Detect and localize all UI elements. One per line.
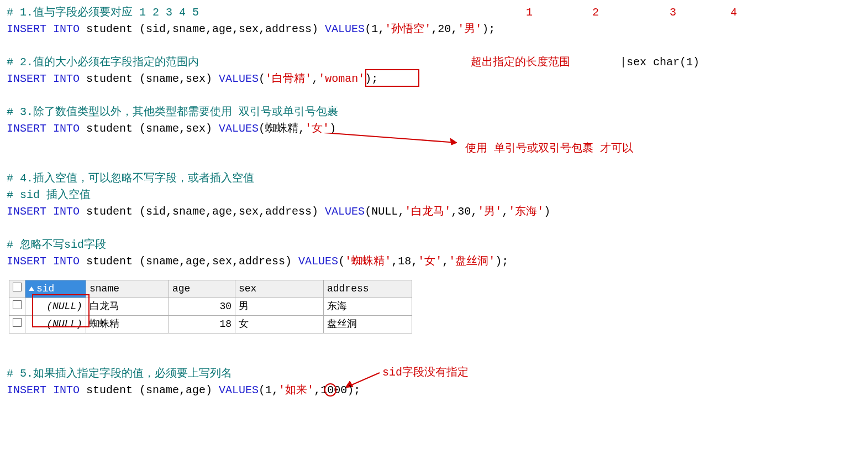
sec4-s6: '盘丝洞'	[449, 255, 495, 268]
sec1-kw2: VALUES	[325, 23, 365, 35]
sec2-cursor: |sex char(1)	[620, 54, 699, 71]
sec4-code2: (NULL,	[365, 205, 404, 218]
sec4-c3: # 忽略不写sid字段	[7, 238, 106, 251]
sec2-comment: # 2.值的大小必须在字段指定的范围内	[7, 56, 199, 69]
cell-sname: 白龙马	[86, 298, 169, 316]
sec4-sql1-line: INSERT INTO student (sid,sname,age,sex,a…	[7, 204, 861, 220]
sec3-annot: 使用 单引号或双引号包裹 才可以	[465, 140, 633, 157]
sec5-kw1: INSERT INTO	[7, 384, 80, 397]
sec4-code10: );	[495, 255, 508, 268]
table-header-age[interactable]: age	[169, 280, 235, 298]
sec5-code1: student (sname,age)	[80, 384, 219, 397]
sec2-kw1: INSERT INTO	[7, 72, 80, 85]
checkbox-icon[interactable]	[13, 300, 22, 309]
sec1-code1: student (sid,sname,age,sex,address)	[80, 23, 325, 35]
sec1-top-1: 1	[526, 4, 533, 21]
sec1-s1: '孙悟空'	[385, 23, 431, 35]
sec3-code2: (蜘蛛精,	[259, 122, 305, 135]
sec5-code3: ,1000);	[314, 384, 360, 397]
sec4-kw1: INSERT INTO	[7, 205, 80, 218]
sec4-c3-line: # 忽略不写sid字段	[7, 237, 861, 253]
sec3-kw2: VALUES	[219, 122, 259, 135]
sec2-annot: 超出指定的长度范围	[471, 54, 570, 71]
sec3-comment: # 3.除了数值类型以外，其他类型都需要使用 双引号或单引号包裹	[7, 106, 338, 118]
sec2-kw2: VALUES	[219, 72, 259, 85]
sec4-code3: ,30,	[451, 205, 477, 218]
sec1-top-2: 2	[592, 4, 599, 21]
sec4-code6: student (sname,age,sex,address)	[80, 255, 298, 268]
sec2-s2: 'woman'	[318, 72, 365, 85]
sec1-top-4: 4	[730, 4, 737, 21]
sec4-s1: '白龙马'	[404, 205, 451, 218]
cell-age: 18	[169, 316, 235, 333]
sec1-code4: );	[482, 23, 495, 35]
sec4-sql2-line: INSERT INTO student (sname,age,sex,addre…	[7, 253, 861, 270]
table-h1: sid	[36, 283, 54, 294]
row-check[interactable]	[9, 316, 25, 333]
sec3-kw1: INSERT INTO	[7, 122, 80, 135]
sec1-comment: # 1.值与字段必须要对应 1 2 3 4 5	[7, 6, 199, 19]
sec1-code2: (1,	[365, 23, 385, 35]
sec1-top-3: 3	[670, 4, 676, 21]
sec4-kw3: INSERT INTO	[7, 255, 80, 268]
table-header-sex[interactable]: sex	[235, 280, 324, 298]
sec1-s2: '男'	[457, 23, 482, 35]
sec4-s4: '蜘蛛精'	[345, 255, 391, 268]
sec2-redbox	[365, 69, 419, 87]
sec4-code9: ,	[442, 255, 449, 268]
sec1-code3: ,20,	[431, 23, 457, 35]
sec4-kw2: VALUES	[325, 205, 365, 218]
sec5-kw2: VALUES	[219, 384, 259, 397]
sec2-s1: '白骨精'	[265, 72, 312, 85]
checkbox-icon[interactable]	[13, 318, 22, 327]
sec5-annot: sid字段没有指定	[382, 364, 469, 381]
sec2-sql-line: INSERT INTO student (sname,sex) VALUES('…	[7, 71, 861, 87]
sec4-c1: # 4.插入空值，可以忽略不写字段，或者插入空值	[7, 172, 254, 185]
sec4-s2: '男'	[477, 205, 502, 218]
checkbox-icon[interactable]	[13, 283, 22, 291]
sec4-code8: ,18,	[391, 255, 418, 268]
sec2-code1: student (sname,sex)	[80, 72, 219, 85]
sec1-kw1: INSERT INTO	[7, 23, 80, 35]
sec4-s3: '东海'	[508, 205, 544, 218]
cell-age: 30	[169, 298, 235, 316]
sec5-s1: '如来'	[278, 384, 314, 397]
cell-sex: 女	[235, 316, 324, 333]
table-header-address[interactable]: address	[324, 280, 412, 298]
sec4-s5: '女'	[418, 255, 442, 268]
sec3-sql-line: INSERT INTO student (sname,sex) VALUES(蜘…	[7, 121, 861, 137]
sec3-annot-line: 使用 单引号或双引号包裹 才可以	[7, 137, 861, 154]
sec5-circle-1	[324, 383, 336, 397]
sec4-c2-line: # sid 插入空值	[7, 187, 861, 204]
sec2-code3: ,	[312, 72, 318, 85]
sec5-code2: (1,	[259, 384, 278, 397]
cell-address: 东海	[324, 298, 412, 316]
sec1-sql-line: INSERT INTO student (sid,sname,age,sex,a…	[7, 21, 861, 38]
sec4-kw4: VALUES	[298, 255, 338, 268]
sec4-code4: ,	[502, 205, 508, 218]
cell-address: 盘丝洞	[324, 316, 412, 333]
sec5-comment: # 5.如果插入指定字段的值，必须要上写列名	[7, 367, 232, 380]
sec3-code1: student (sname,sex)	[80, 122, 219, 135]
row-check[interactable]	[9, 298, 25, 316]
sort-up-icon	[29, 286, 34, 291]
sec5-sql-line: INSERT INTO student (sname,age) VALUES(1…	[7, 382, 861, 399]
cell-sex: 男	[235, 298, 324, 316]
result-table-wrap: sid sname age sex address (NULL) 白龙马 30 …	[7, 278, 412, 333]
table-null-redbox	[32, 294, 90, 327]
sec2-code2: (	[259, 72, 265, 85]
sec4-code1: student (sid,sname,age,sex,address)	[80, 205, 325, 218]
sec3-comment-line: # 3.除了数值类型以外，其他类型都需要使用 双引号或单引号包裹	[7, 104, 861, 121]
sec1-comment-line: # 1.值与字段必须要对应 1 2 3 4 5 1 2 3 4	[7, 4, 861, 21]
cell-sname: 蜘蛛精	[86, 316, 169, 333]
table-header-check[interactable]	[9, 280, 25, 298]
sec5-comment-line: # 5.如果插入指定字段的值，必须要上写列名 sid字段没有指定	[7, 366, 861, 382]
sec4-c2: # sid 插入空值	[7, 189, 91, 201]
table-header-sname[interactable]: sname	[86, 280, 169, 298]
sec4-code7: (	[338, 255, 345, 268]
sec4-code5: )	[544, 205, 550, 218]
sec2-comment-line: # 2.值的大小必须在字段指定的范围内 超出指定的长度范围 |sex char(…	[7, 54, 861, 71]
sec4-c1-line: # 4.插入空值，可以忽略不写字段，或者插入空值	[7, 170, 861, 187]
